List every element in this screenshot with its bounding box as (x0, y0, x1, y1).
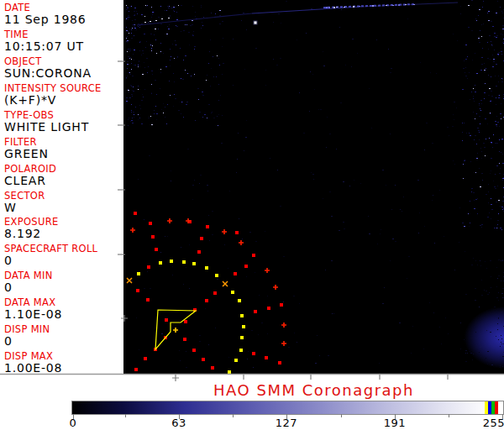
sidebar-field-date: DATE11 Sep 1986 (4, 3, 87, 26)
sidebar-field-exposure: EXPOSURE8.192 (4, 217, 59, 240)
field-label: SECTOR (4, 191, 45, 201)
sidebar-field-time: TIME10:15:07 UT (4, 29, 84, 53)
field-value: (K+F)*V (4, 94, 102, 107)
field-label: SPACECRAFT ROLL (4, 244, 97, 254)
field-label: DISP MIN (4, 324, 50, 334)
colorbar-tick (233, 414, 234, 417)
field-value: WHITE LIGHT (4, 121, 89, 134)
field-label: DISP MAX (4, 351, 62, 361)
sidebar-field-sector: SECTORW (4, 191, 45, 214)
field-label: TIME (4, 29, 84, 39)
field-label: POLAROID (4, 164, 56, 174)
sidebar-field-object: OBJECTSUN:CORONA (4, 56, 92, 80)
colorbar-annotation-stripe (495, 401, 498, 414)
field-value: GREEN (4, 148, 49, 160)
page-title: HAO SMM Coronagraph (123, 382, 504, 398)
field-value: 10:15:07 UT (4, 40, 84, 53)
colorbar-tick (125, 414, 126, 417)
field-label: OBJECT (4, 56, 92, 66)
field-label: TYPE-OBS (4, 110, 89, 120)
image-overlay (123, 0, 504, 374)
field-value: SUN:CORONA (4, 67, 92, 80)
field-value: 11 Sep 1986 (4, 13, 87, 26)
metadata-sidebar: DATE11 Sep 1986TIME10:15:07 UTOBJECTSUN:… (0, 0, 123, 375)
sidebar-field-type-obs: TYPE-OBSWHITE LIGHT (4, 110, 89, 134)
field-value: 0 (4, 335, 50, 348)
field-value: 0 (4, 254, 97, 267)
colorbar-label-0: 0 (55, 417, 92, 429)
colorbar-label-191: 191 (376, 417, 413, 429)
coronagraph-viewer: { "window": { "width": 600, "height": 51… (0, 0, 504, 430)
sidebar-field-disp-min: DISP MIN0 (4, 324, 50, 348)
sidebar-field-polaroid: POLAROIDCLEAR (4, 164, 56, 187)
field-label: DATE (4, 3, 87, 13)
sidebar-field-spacecraft-roll: SPACECRAFT ROLL0 (4, 244, 97, 267)
field-value: CLEAR (4, 175, 56, 187)
colorbar-tick (341, 414, 342, 417)
field-label: DATA MAX (4, 297, 62, 307)
sidebar-field-data-min: DATA MIN0 (4, 270, 53, 294)
field-label: INTENSITY SOURCE (4, 83, 102, 93)
colorbar-label-127: 127 (268, 417, 305, 429)
field-label: FILTER (4, 137, 49, 147)
sidebar-field-intensity-source: INTENSITY SOURCE(K+F)*V (4, 83, 102, 107)
coronagraph-image (123, 0, 504, 374)
colorbar (71, 401, 504, 415)
field-value: 8.192 (4, 228, 59, 240)
field-value: 0 (4, 281, 53, 294)
field-value: 1.10E-08 (4, 308, 62, 321)
sidebar-field-data-max: DATA MAX1.10E-08 (4, 297, 62, 321)
colorbar-label-255: 255 (475, 417, 504, 429)
sidebar-field-filter: FILTERGREEN (4, 137, 49, 160)
field-value: 1.00E-08 (4, 362, 62, 375)
sidebar-field-disp-max: DISP MAX1.00E-08 (4, 351, 62, 375)
field-label: EXPOSURE (4, 217, 59, 227)
colorbar-gradient (72, 401, 503, 414)
colorbar-tick (449, 414, 449, 417)
colorbar-label-63: 63 (160, 417, 197, 429)
field-label: DATA MIN (4, 270, 53, 281)
field-value: W (4, 202, 45, 214)
